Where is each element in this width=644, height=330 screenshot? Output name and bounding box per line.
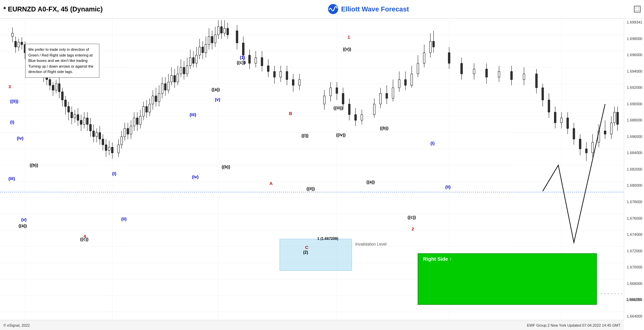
wave-label-aa3: ((a)) bbox=[366, 179, 375, 184]
price-tick-0: 1.699341 bbox=[624, 20, 644, 24]
wave-label-ii-1: ((ii)) bbox=[10, 99, 19, 104]
wave-label-iii-2: (iii) bbox=[190, 112, 196, 117]
price-tick-3: 1.694000 bbox=[624, 69, 644, 73]
wave-label-B: B bbox=[289, 111, 292, 116]
info-box-text: We prefer to trade only in direction of … bbox=[28, 47, 93, 74]
wave-label-bb2: ((b)) bbox=[222, 164, 230, 169]
wave-label-ii-2: (ii) bbox=[121, 216, 127, 221]
price-tick-10: 1.680000 bbox=[624, 183, 644, 187]
price-tick-8: 1.684000 bbox=[624, 151, 644, 155]
right-side-button[interactable]: Right Side ↑ bbox=[418, 253, 597, 305]
price-axis: 1.6993411.6980001.6960001.6940001.692000… bbox=[624, 19, 644, 320]
wave-label-2-c: (2) bbox=[303, 250, 308, 255]
price-tick-15: 1.670000 bbox=[624, 265, 644, 269]
bottom-bar: © eSignal, 2022 EWF Group 2 New York Upd… bbox=[0, 320, 624, 330]
wave-label-bb3: ((b)) bbox=[380, 125, 388, 131]
invalidation-label: Invalidation Level bbox=[355, 242, 387, 247]
wave-label-cc3: ((c)) bbox=[408, 215, 416, 220]
price-tick-4: 1.692000 bbox=[624, 85, 644, 89]
logo-container: Elliott Wave Forecast bbox=[328, 4, 409, 14]
header: * EURNZD A0-FX, 45 (Dynamic) Elliott Wav… bbox=[0, 0, 644, 19]
price-tick-6: 1.688000 bbox=[624, 118, 644, 122]
wave-label-aa1: ((a)) bbox=[19, 223, 27, 228]
price-tick-2: 1.696000 bbox=[624, 53, 644, 57]
price-tick-13: 1.674000 bbox=[624, 232, 644, 236]
wave-label-ii-4: (ii) bbox=[445, 184, 451, 189]
wave-label-ii-3: ((ii)) bbox=[307, 186, 315, 191]
wave-label-i-3: ((i)) bbox=[301, 133, 309, 138]
wave-label-note: 1 (1.667209) bbox=[317, 236, 338, 241]
logo-text: Elliott Wave Forecast bbox=[341, 5, 409, 13]
wave-label-A: A bbox=[269, 181, 272, 186]
wave-label-cc2: ((c)) bbox=[237, 60, 245, 65]
price-tick-7: 1.686000 bbox=[624, 135, 644, 139]
bottom-right: EWF Group 2 New York Updated 07.04.2022 … bbox=[527, 323, 620, 327]
wave-label-v-1: (v) bbox=[21, 217, 27, 222]
wave-label-1-top: (1) bbox=[240, 55, 245, 60]
wave-label-2-main: 2 bbox=[412, 226, 414, 231]
wave-icon bbox=[328, 4, 339, 14]
blue-box bbox=[280, 239, 352, 271]
wave-label-v-3: ((v)) bbox=[343, 46, 351, 51]
wave-label-iv-3: ((iv)) bbox=[336, 132, 346, 137]
price-tick-16: 1.668000 bbox=[624, 282, 644, 286]
wave-label-1-main: 1 bbox=[348, 35, 350, 40]
wave-label-iii-1: (iii) bbox=[8, 176, 15, 181]
chart-title: * EURNZD A0-FX, 45 (Dynamic) bbox=[3, 5, 103, 13]
price-tick-18: 1.664000 bbox=[624, 314, 644, 318]
wave-label-C: C bbox=[305, 245, 308, 250]
price-tick-11: 1.678000 bbox=[624, 200, 644, 204]
wave-label-v-2: (v) bbox=[215, 97, 220, 102]
price-tick-12: 1.676000 bbox=[624, 216, 644, 220]
wave-label-bb1: ((b)) bbox=[30, 162, 38, 168]
wave-label-iv-1: (iv) bbox=[17, 136, 24, 141]
chart-area: We prefer to trade only in direction of … bbox=[0, 19, 624, 320]
fullscreen-button[interactable]: ⛶ bbox=[634, 6, 641, 12]
wave-label-iii-3: ((iii)) bbox=[333, 105, 343, 110]
wave-label-iv-2: (iv) bbox=[192, 174, 199, 179]
invalidation-price: 1.666280 bbox=[626, 297, 643, 301]
price-tick-5: 1.690000 bbox=[624, 102, 644, 106]
wave-label-i-2: (i) bbox=[112, 171, 116, 176]
wave-label-i-4: (i) bbox=[430, 141, 434, 146]
price-tick-9: 1.682000 bbox=[624, 167, 644, 171]
info-box: We prefer to trade only in direction of … bbox=[25, 44, 99, 78]
wave-label-aa2: ((a)) bbox=[212, 87, 220, 92]
wave-label-i-1: (i) bbox=[10, 119, 14, 124]
wave-label-3: 3 bbox=[8, 84, 11, 89]
wave-label-4: 4 bbox=[84, 234, 86, 239]
price-tick-14: 1.672000 bbox=[624, 249, 644, 253]
price-tick-1: 1.698000 bbox=[624, 37, 644, 41]
chart-container: * EURNZD A0-FX, 45 (Dynamic) Elliott Wav… bbox=[0, 0, 644, 330]
bottom-left: © eSignal, 2022 bbox=[3, 323, 30, 327]
